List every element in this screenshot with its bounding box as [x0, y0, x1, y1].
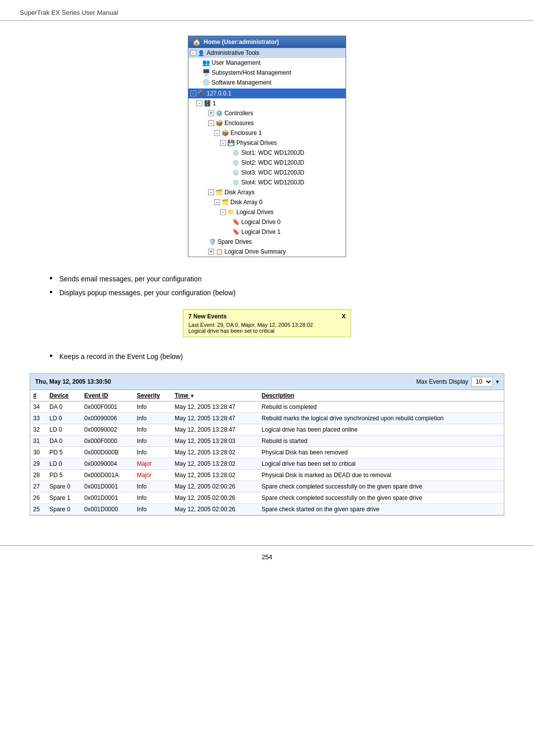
- admin-tools-label: Administrative Tools: [207, 49, 260, 56]
- table-row[interactable]: 25 Spare 0 0x001D0000 Info May 12, 2005 …: [30, 504, 504, 515]
- sparedrives-label: Spare Drives: [218, 238, 252, 245]
- user-mgmt-label: User Management: [212, 59, 261, 66]
- network-icon: 🔌: [197, 89, 205, 97]
- tree-item-slot1[interactable]: 💿 Slot1: WDC WD1200JD: [188, 148, 346, 158]
- tree-container: 🏠 Home (User:administrator) - 👤 Administ…: [30, 36, 504, 257]
- cell-device: LD 0: [46, 458, 81, 470]
- tree-item-subsystem-mgmt[interactable]: 🖥️ Subsystem/Host Management: [188, 68, 346, 78]
- tree-item-physdrives[interactable]: - 💾 Physical Drives: [188, 138, 346, 148]
- bullet-item-3: Keeps a record in the Event Log (below): [49, 350, 485, 363]
- tree-item-enclosures[interactable]: - 📦 Enclosures: [188, 118, 346, 128]
- popup-event-line2: Logical drive has been set to critical: [188, 328, 346, 334]
- slot1-label: Slot1: WDC WD1200JD: [241, 149, 304, 156]
- table-row[interactable]: 26 Spare 1 0x001D0001 Info May 12, 2005 …: [30, 492, 504, 504]
- tree-item-slot2[interactable]: 💿 Slot2: WDC WD1200JD: [188, 158, 346, 168]
- table-row[interactable]: 30 PD 5 0x000D000B Info May 12, 2005 13:…: [30, 447, 504, 458]
- cell-time: May 12, 2005 13:28:47: [172, 424, 259, 436]
- table-row[interactable]: 32 LD 0 0x00090002 Info May 12, 2005 13:…: [30, 424, 504, 436]
- tree-item-admin-tools[interactable]: - 👤 Administrative Tools: [188, 48, 346, 58]
- table-row[interactable]: 29 LD 0 0x00090004 Major May 12, 2005 13…: [30, 458, 504, 470]
- table-row[interactable]: 28 PD 5 0x000D001A Major May 12, 2005 13…: [30, 470, 504, 481]
- dropdown-arrow-icon: ▾: [496, 378, 499, 385]
- cell-severity: Info: [134, 413, 172, 424]
- tree-item-user-mgmt[interactable]: 👥 User Management: [188, 58, 346, 68]
- event-table-body: 34 DA 0 0x000F0001 Info May 12, 2005 13:…: [30, 401, 504, 515]
- cell-num: 29: [30, 458, 46, 470]
- tree-item-logdrive0[interactable]: 🔖 Logical Drive 0: [188, 217, 346, 227]
- slot4-label: Slot4: WDC WD1200JD: [241, 179, 304, 186]
- tree-item-server1[interactable]: - 🗄️ 1: [188, 98, 346, 108]
- cell-device: Spare 0: [46, 504, 81, 515]
- cell-time: May 12, 2005 02:00:26: [172, 504, 259, 515]
- table-row[interactable]: 27 Spare 0 0x001D0001 Info May 12, 2005 …: [30, 481, 504, 492]
- expand-diskarray0-icon: -: [214, 199, 220, 205]
- enclosures-label: Enclosures: [224, 120, 254, 127]
- tree-item-software-mgmt[interactable]: 💿 Software Management: [188, 78, 346, 88]
- page-header: SuperTrak EX Series User Manual: [0, 0, 534, 21]
- tree-item-logdrives[interactable]: - 📁 Logical Drives: [188, 207, 346, 217]
- cell-device: PD 5: [46, 470, 81, 481]
- tree-item-slot3[interactable]: 💿 Slot3: WDC WD1200JD: [188, 168, 346, 178]
- event-log-controls: Max Events Display 10 25 50 ▾: [416, 377, 499, 387]
- tree-item-logdrivesummary[interactable]: + 📋 Logical Drive Summary: [188, 247, 346, 257]
- expand-phys-icon: -: [220, 140, 226, 146]
- cell-num: 26: [30, 492, 46, 504]
- expand-enc1-icon: -: [214, 130, 220, 136]
- cell-num: 31: [30, 436, 46, 447]
- popup-box: 7 New Events X Last Event: 29, DA 0, Maj…: [183, 310, 351, 337]
- cell-severity: Info: [134, 436, 172, 447]
- popup-title-text: 7 New Events: [188, 313, 226, 320]
- cell-eventid: 0x001D0000: [82, 504, 134, 515]
- event-table: # Device Event ID Severity Time ▾ Descri…: [30, 390, 504, 515]
- logdrives-icon: 📁: [227, 208, 235, 216]
- cell-device: DA 0: [46, 401, 81, 413]
- popup-close-button[interactable]: X: [342, 313, 346, 320]
- cell-eventid: 0x000F0001: [82, 401, 134, 413]
- cell-time: May 12, 2005 13:28:47: [172, 413, 259, 424]
- software-icon: 💿: [202, 79, 210, 87]
- event-log-section: Thu, May 12, 2005 13:30:50 Max Events Di…: [30, 373, 504, 516]
- cell-time: May 12, 2005 13:28:02: [172, 458, 259, 470]
- table-row[interactable]: 34 DA 0 0x000F0001 Info May 12, 2005 13:…: [30, 401, 504, 413]
- tree-item-logdrive1[interactable]: 🔖 Logical Drive 1: [188, 227, 346, 237]
- table-row[interactable]: 33 LD 0 0x00090006 Info May 12, 2005 13:…: [30, 413, 504, 424]
- cell-time: May 12, 2005 02:00:26: [172, 492, 259, 504]
- expand-enc-icon: -: [208, 120, 214, 126]
- tree-item-ip[interactable]: - 🔌 127.0.0.1: [188, 89, 346, 98]
- max-events-select[interactable]: 10 25 50: [471, 377, 493, 387]
- col-eventid[interactable]: Event ID: [82, 390, 134, 401]
- slot1-icon: 💿: [232, 149, 240, 157]
- col-time[interactable]: Time ▾: [172, 390, 259, 401]
- logdrive1-label: Logical Drive 1: [241, 228, 280, 235]
- col-device[interactable]: Device: [46, 390, 81, 401]
- expand-logdrives-icon: -: [220, 209, 226, 215]
- logdrive0-label: Logical Drive 0: [241, 219, 280, 225]
- logdrivesummary-label: Logical Drive Summary: [224, 248, 286, 255]
- cell-time: May 12, 2005 02:00:26: [172, 481, 259, 492]
- col-num[interactable]: #: [30, 390, 46, 401]
- tree-item-enclosure1[interactable]: - 📦 Enclosure 1: [188, 128, 346, 138]
- subsystem-icon: 🖥️: [202, 69, 210, 77]
- cell-device: LD 0: [46, 424, 81, 436]
- expand-logdrivesummary-icon: +: [208, 249, 214, 255]
- cell-severity: Major: [134, 458, 172, 470]
- tree-item-diskarray0[interactable]: - 🗂️ Disk Array 0: [188, 197, 346, 207]
- cell-description: Rebuild is started: [259, 436, 504, 447]
- cell-num: 28: [30, 470, 46, 481]
- tree-title: Home (User:administrator): [204, 39, 279, 45]
- page-number: 254: [262, 553, 272, 561]
- cell-description: Spare check completed successfully on th…: [259, 492, 504, 504]
- table-row[interactable]: 31 DA 0 0x000F0000 Info May 12, 2005 13:…: [30, 436, 504, 447]
- table-header-row: # Device Event ID Severity Time ▾ Descri…: [30, 390, 504, 401]
- cell-time: May 12, 2005 13:28:02: [172, 470, 259, 481]
- diskarrays-label: Disk Arrays: [224, 189, 255, 196]
- tree-item-diskarrays[interactable]: - 🗂️ Disk Arrays: [188, 187, 346, 197]
- tree-item-sparedrives[interactable]: 🛡️ Spare Drives: [188, 237, 346, 247]
- tree-item-slot4[interactable]: 💿 Slot4: WDC WD1200JD: [188, 178, 346, 187]
- cell-description: Logical drive has been placed online: [259, 424, 504, 436]
- col-description[interactable]: Description: [259, 390, 504, 401]
- tree-item-controllers[interactable]: + ⚙️ Controllers: [188, 108, 346, 118]
- col-severity[interactable]: Severity: [134, 390, 172, 401]
- logdrive1-icon: 🔖: [232, 228, 240, 236]
- cell-severity: Info: [134, 401, 172, 413]
